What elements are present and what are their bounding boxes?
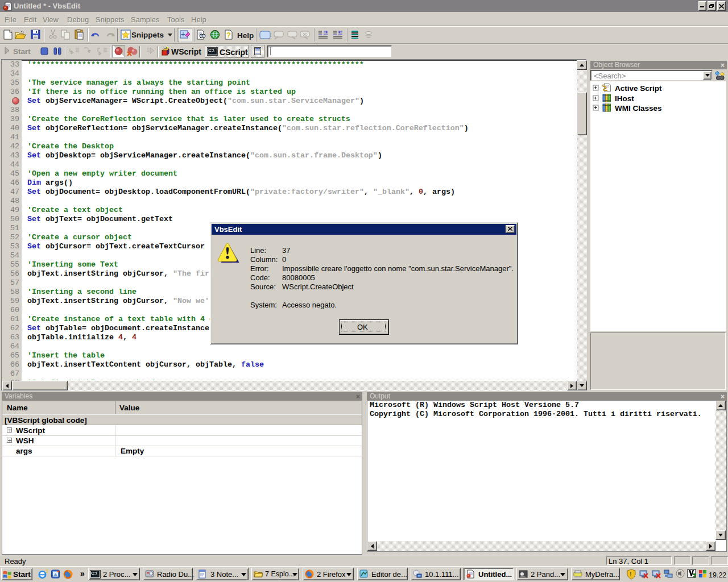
- svg-text:!: !: [630, 571, 632, 577]
- svg-text:?: ?: [226, 31, 231, 39]
- svg-text:Help: Help: [237, 31, 254, 40]
- svg-text:Start: Start: [13, 47, 31, 56]
